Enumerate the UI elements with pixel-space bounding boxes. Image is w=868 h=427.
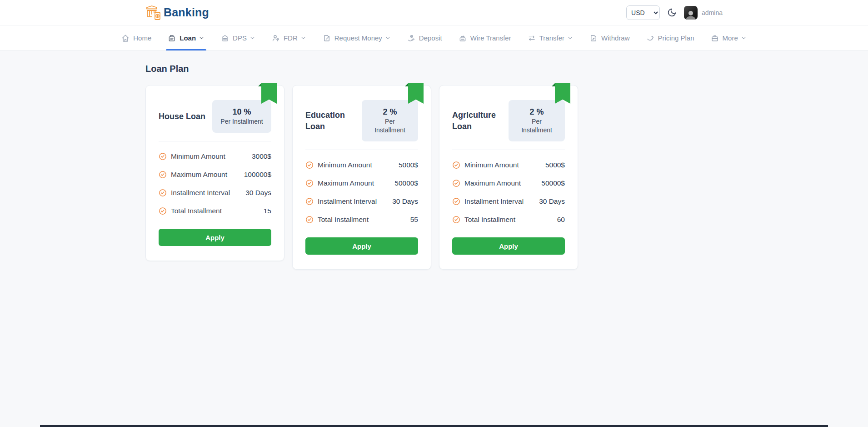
feature-row: Total Installment 55	[305, 216, 418, 224]
feature-value: 100000$	[244, 171, 271, 179]
check-circle-icon	[305, 197, 314, 206]
bank-logo-icon	[145, 5, 162, 20]
feature-value: 50000$	[394, 179, 418, 187]
transfer-icon	[528, 34, 536, 42]
plan-name: Agriculture Loan	[452, 110, 504, 132]
nav-item-more[interactable]: More	[711, 25, 747, 50]
nav-item-withdraw[interactable]: Withdraw	[589, 25, 630, 50]
feature-value: 30 Days	[392, 197, 418, 206]
nav-item-deposit[interactable]: Deposit	[407, 25, 442, 50]
ribbon-fold	[258, 83, 262, 86]
ribbon-fold	[405, 83, 409, 86]
nav-label: FDR	[284, 34, 298, 42]
brand-logo[interactable]: Banking	[145, 5, 209, 20]
check-circle-icon	[305, 161, 314, 169]
rate-badge: 2 % Per Installment	[362, 100, 418, 141]
apply-button[interactable]: Apply	[159, 229, 271, 246]
check-circle-icon	[452, 161, 460, 169]
top-header: Banking USD admina	[0, 0, 868, 25]
withdraw-icon	[589, 34, 598, 42]
feature-label: Maximum Amount	[305, 179, 374, 187]
nav-label: Deposit	[419, 34, 442, 42]
apply-button[interactable]: Apply	[305, 237, 418, 255]
feature-label: Minimum Amount	[159, 152, 225, 161]
rate-value: 10 %	[217, 107, 267, 117]
nav-label: More	[723, 34, 738, 42]
fdr-icon	[272, 34, 280, 42]
nav-label: Home	[133, 34, 151, 42]
feature-label: Total Installment	[159, 207, 222, 215]
feature-label: Maximum Amount	[159, 171, 227, 179]
pricing-plan-icon	[646, 34, 654, 42]
nav-item-loan[interactable]: Loan	[168, 25, 205, 50]
feature-value: 55	[410, 216, 418, 224]
currency-select[interactable]: USD	[626, 5, 660, 20]
nav-item-pricing-plan[interactable]: Pricing Plan	[646, 25, 694, 50]
page-title: Loan Plan	[145, 64, 723, 74]
nav-item-home[interactable]: Home	[121, 25, 151, 50]
main-nav: Home Loan DPS FDR	[0, 25, 868, 51]
check-circle-icon	[159, 189, 167, 197]
feature-value: 3000$	[252, 152, 271, 161]
moon-icon	[667, 8, 677, 17]
dark-mode-toggle[interactable]	[667, 8, 677, 17]
feature-label: Minimum Amount	[452, 161, 519, 169]
deposit-icon	[407, 34, 415, 42]
feature-value: 30 Days	[245, 189, 271, 197]
nav-item-dps[interactable]: DPS	[221, 25, 255, 50]
chevron-down-icon	[300, 35, 306, 41]
nav-item-fdr[interactable]: FDR	[272, 25, 306, 50]
check-circle-icon	[452, 216, 460, 224]
plan-card-agriculture-loan: Agriculture Loan 2 % Per Installment Min…	[439, 85, 578, 270]
home-icon	[121, 34, 130, 42]
check-circle-icon	[159, 207, 167, 215]
feature-value: 60	[557, 216, 565, 224]
dps-icon	[221, 34, 229, 42]
check-circle-icon	[452, 197, 460, 206]
more-icon	[711, 34, 719, 42]
nav-label: Transfer	[539, 34, 564, 42]
nav-item-transfer[interactable]: Transfer	[528, 25, 573, 50]
nav-label: Wire Transfer	[470, 34, 511, 42]
feature-label: Minimum Amount	[305, 161, 372, 169]
ribbon-fold	[552, 83, 555, 86]
nav-label: Loan	[180, 34, 196, 42]
feature-row: Installment Interval 30 Days	[452, 197, 565, 206]
chevron-down-icon	[741, 35, 747, 41]
user-menu[interactable]: admina	[684, 6, 723, 20]
feature-row: Minimum Amount 5000$	[305, 161, 418, 169]
check-circle-icon	[452, 179, 460, 187]
feature-value: 5000$	[399, 161, 418, 169]
feature-value: 30 Days	[539, 197, 565, 206]
plan-name: Education Loan	[305, 110, 357, 132]
check-circle-icon	[305, 179, 314, 187]
rate-value: 2 %	[513, 107, 560, 117]
feature-row: Maximum Amount 50000$	[452, 179, 565, 187]
feature-label: Installment Interval	[305, 197, 377, 206]
feature-label: Total Installment	[452, 216, 515, 224]
feature-value: 50000$	[541, 179, 565, 187]
wire-transfer-icon	[459, 34, 467, 42]
apply-button[interactable]: Apply	[452, 237, 565, 255]
check-circle-icon	[159, 152, 167, 161]
main-content: Loan Plan House Loan 10 % Per Installmen…	[145, 51, 723, 270]
nav-item-request-money[interactable]: Request Money	[323, 25, 391, 50]
feature-label: Installment Interval	[452, 197, 524, 206]
feature-value: 5000$	[545, 161, 565, 169]
feature-label: Installment Interval	[159, 189, 230, 197]
rate-label: Per Installment	[217, 117, 267, 126]
chevron-down-icon	[249, 35, 255, 41]
feature-row: Maximum Amount 100000$	[159, 171, 271, 179]
check-circle-icon	[159, 171, 167, 179]
feature-row: Installment Interval 30 Days	[305, 197, 418, 206]
feature-row: Minimum Amount 3000$	[159, 152, 271, 161]
nav-item-wire-transfer[interactable]: Wire Transfer	[459, 25, 511, 50]
rate-value: 2 %	[366, 107, 414, 117]
feature-row: Installment Interval 30 Days	[159, 189, 271, 197]
footer-bar	[40, 425, 828, 427]
chevron-down-icon	[385, 35, 391, 41]
feature-row: Maximum Amount 50000$	[305, 179, 418, 187]
loan-plan-cards: House Loan 10 % Per Installment Minimum …	[145, 85, 578, 270]
rate-badge: 10 % Per Installment	[212, 100, 271, 133]
feature-label: Total Installment	[305, 216, 369, 224]
